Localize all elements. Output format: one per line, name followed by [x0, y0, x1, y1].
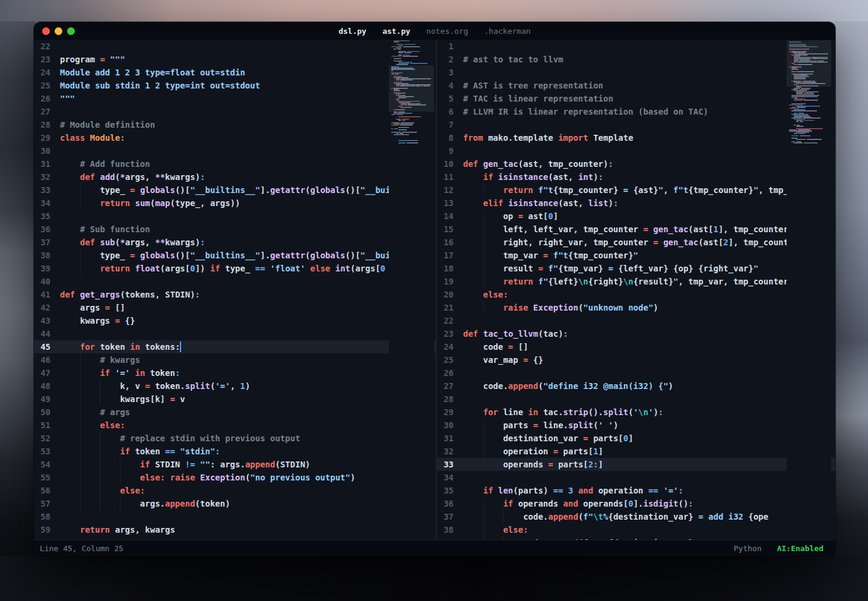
code-line[interactable]: 41def get_args(tokens, STDIN):	[34, 288, 436, 301]
code-line[interactable]: 42 args = []	[34, 301, 436, 314]
code-line[interactable]: 26"""	[34, 92, 436, 105]
code-line[interactable]: 22	[34, 40, 436, 53]
code-line[interactable]: 36 # Sub function	[34, 223, 436, 236]
code-line[interactable]: 21 raise Exception("unknown node")	[437, 301, 835, 314]
code-line[interactable]: 28# Module definition	[34, 118, 436, 131]
editor-pane-left[interactable]: 2223program = """24Module add 1 2 3 type…	[34, 40, 436, 540]
code-line[interactable]: 40	[34, 275, 436, 288]
code-line[interactable]: 37 def sub(*args, **kwargs):	[34, 236, 436, 249]
line-number: 5	[437, 92, 454, 105]
code-line[interactable]: 38 else:	[437, 523, 835, 536]
code-line[interactable]: 57 args.append(token)	[34, 497, 436, 510]
code-line[interactable]: 18 result = f"{tmp_var} = {left_var} {op…	[437, 262, 835, 275]
code-line[interactable]: 45 for token in tokens:	[34, 340, 436, 353]
minimap-canvas[interactable]	[787, 40, 831, 146]
code-line[interactable]: 10def gen_tac(ast, tmp_counter):	[437, 157, 835, 170]
code-line[interactable]: 44	[34, 327, 436, 340]
code-line[interactable]: 31 destination_var = parts[0]	[437, 432, 835, 445]
code-line[interactable]: 23def tac_to_llvm(tac):	[437, 327, 835, 340]
code-line[interactable]: 25 var_map = {}	[437, 353, 835, 366]
code-line[interactable]: 27 code.append("define i32 @main(i32) {"…	[437, 379, 835, 393]
cursor-position-indicator[interactable]: Line 45, Column 25	[40, 544, 123, 553]
code-line[interactable]: 33 type_ = globals()["__builtins__"].get…	[34, 184, 436, 197]
code-line[interactable]: 54 if STDIN != "": args.append(STDIN)	[34, 458, 436, 471]
code-line[interactable]: 58	[34, 510, 436, 523]
language-indicator[interactable]: Python	[734, 544, 762, 553]
code-line[interactable]: 50 # args	[34, 406, 436, 419]
code-line[interactable]: 1	[437, 40, 835, 53]
code-line[interactable]: 38 type_ = globals()["__builtins__"].get…	[34, 249, 436, 262]
code-line[interactable]: 32 def add(*args, **kwargs):	[34, 170, 436, 184]
code-line[interactable]: 34	[437, 471, 835, 484]
code-line[interactable]: 30	[34, 144, 436, 157]
code-line[interactable]: 39 return float(args[0]) if type_ == 'fl…	[34, 262, 436, 275]
code-line[interactable]: 46 # kwargs	[34, 353, 436, 366]
code-line[interactable]: 25Module sub stdin 1 2 type=int out=stdo…	[34, 79, 436, 92]
code-line[interactable]: 51 else:	[34, 419, 436, 432]
code-line[interactable]: 6# LLVM IR is linear representation (bas…	[437, 105, 835, 118]
code-text: if token == "stdin":	[50, 445, 220, 458]
code-line[interactable]: 16 right, right_var, tmp_counter = gen_t…	[437, 236, 835, 249]
editor-pane-right[interactable]: 12# ast to tac to llvm34# AST is tree re…	[437, 40, 835, 540]
code-line[interactable]: 28	[437, 393, 835, 406]
code-line[interactable]: 11 if isinstance(ast, int):	[437, 170, 835, 184]
minimap[interactable]	[389, 40, 434, 540]
code-line[interactable]: 9	[437, 144, 835, 157]
code-line[interactable]: 34 return sum(map(type_, args))	[34, 197, 436, 210]
code-line[interactable]: 4# AST is tree representation	[437, 79, 835, 92]
code-line[interactable]: 14 op = ast[0]	[437, 210, 835, 223]
code-line[interactable]: 53 if token == "stdin":	[34, 445, 436, 458]
code-line[interactable]: 24Module add 1 2 3 type=float out=stdin	[34, 66, 436, 79]
code-line[interactable]: 20 else:	[437, 288, 835, 301]
code-line[interactable]: 35	[34, 210, 436, 223]
code-line[interactable]: 37 code.append(f"\t%{destination_var} = …	[437, 510, 835, 523]
close-button[interactable]	[42, 27, 50, 35]
code-line[interactable]: 2# ast to tac to llvm	[437, 53, 835, 66]
code-line[interactable]: 30 parts = line.split(' ')	[437, 419, 835, 432]
code-line[interactable]: 49 kwargs[k] = v	[34, 393, 436, 406]
indent-guide	[483, 236, 484, 249]
code-line[interactable]: 32 operation = parts[1]	[437, 445, 835, 458]
zoom-button[interactable]	[67, 27, 75, 35]
code-line[interactable]: 17 tmp_var = f"t{tmp_counter}"	[437, 249, 835, 262]
ai-status-indicator[interactable]: AI:Enabled	[777, 544, 823, 553]
indent-guide	[100, 484, 100, 497]
tab-dsl-py[interactable]: dsl.py	[338, 27, 366, 36]
code-line[interactable]: 26	[437, 366, 835, 379]
code-line[interactable]: 29 for line in tac.strip().split('\n'):	[437, 406, 835, 419]
code-line[interactable]: 24 code = []	[437, 340, 835, 353]
code-line[interactable]: 36 if operands and operands[0].isdigit()…	[437, 497, 835, 510]
code-line[interactable]: 56 else:	[34, 484, 436, 497]
code-line[interactable]: 33 operands = parts[2:]	[437, 458, 835, 471]
code-line[interactable]: 43 kwargs = {}	[34, 314, 436, 327]
code-line[interactable]: 35 if len(parts) == 3 and operation == '…	[437, 484, 835, 497]
code-line[interactable]: 3	[437, 66, 835, 79]
code-line[interactable]: 15 left, left_var, tmp_counter = gen_tac…	[437, 223, 835, 236]
tab-notes-org[interactable]: notes.org	[426, 27, 468, 36]
code-text: if STDIN != "": args.append(STDIN)	[50, 458, 311, 471]
code-line[interactable]: 7	[437, 118, 835, 131]
minimap-canvas[interactable]	[389, 40, 434, 144]
code-line[interactable]: 48 k, v = token.split('=', 1)	[34, 379, 436, 393]
code-line[interactable]: 5# TAC is linear representation	[437, 92, 835, 105]
code-line[interactable]: 31 # Add function	[34, 157, 436, 170]
line-number: 30	[437, 419, 454, 432]
code-line[interactable]: 59 return args, kwargs	[34, 523, 436, 536]
code-text: destination_var = parts[0]	[454, 432, 633, 445]
title-bar[interactable]: dsl.py ast.py notes.org .hackerman	[34, 22, 835, 40]
code-line[interactable]: 29class Module:	[34, 131, 436, 144]
code-line[interactable]: 13 elif isinstance(ast, list):	[437, 197, 835, 210]
code-line[interactable]: 52 # replace stdin with previous output	[34, 432, 436, 445]
code-line[interactable]: 8from mako.template import Template	[437, 131, 835, 144]
tab-ast-py[interactable]: ast.py	[382, 27, 410, 36]
minimap[interactable]	[787, 40, 831, 540]
code-line[interactable]: 27	[34, 105, 436, 118]
code-line[interactable]: 12 return f"t{tmp_counter} = {ast}", f"t…	[437, 184, 835, 197]
minimize-button[interactable]	[55, 27, 62, 35]
code-line[interactable]: 55 else: raise Exception("no previous ou…	[34, 471, 436, 484]
code-line[interactable]: 23program = """	[34, 53, 436, 66]
tab-hackerman[interactable]: .hackerman	[484, 27, 531, 36]
code-line[interactable]: 22	[437, 314, 835, 327]
code-line[interactable]: 47 if '=' in token:	[34, 366, 436, 379]
code-line[interactable]: 19 return f"{left}\n{right}\n{result}", …	[437, 275, 835, 288]
